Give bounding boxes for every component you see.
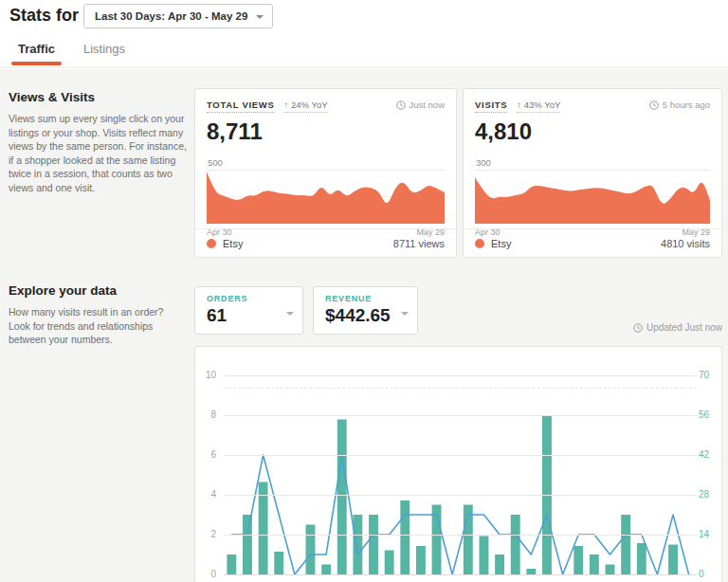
visits-sum: 4810 visits	[661, 238, 710, 249]
tab-bar: Traffic Listings	[0, 30, 728, 68]
left-axis-tick: 0	[195, 569, 216, 579]
visits-card: VISITS ↑ 43% YoY 5 hours ago 4,810 300 A…	[463, 88, 722, 258]
total-views-updated: Just now	[396, 100, 446, 110]
views-visits-intro: Views & Visits Views sum up every single…	[9, 90, 191, 194]
left-axis-tick: 6	[195, 449, 216, 460]
right-axis-tick: 28	[699, 489, 721, 500]
visits-ymax-label: 300	[476, 157, 491, 168]
total-views-card: TOTAL VIEWS ↑ 24% YoY Just now 8,711 500…	[194, 88, 457, 258]
page-header: Stats for Last 30 Days: Apr 30 - May 29	[0, 0, 728, 30]
right-axis-tick: 56	[699, 409, 721, 420]
grid-line	[224, 574, 697, 575]
left-axis-tick: 2	[195, 529, 216, 539]
chevron-down-icon	[286, 312, 294, 316]
right-axis-tick: 42	[699, 449, 721, 460]
grid-line	[224, 535, 697, 536]
date-range-dropdown[interactable]: Last 30 Days: Apr 30 - May 29	[83, 4, 273, 28]
page-title: Stats for	[9, 6, 79, 26]
left-axis-tick: 4	[195, 489, 216, 500]
explore-updated: Updated Just now	[633, 322, 722, 335]
grid-line	[224, 375, 697, 376]
legend-source: Etsy	[491, 238, 511, 249]
orders-revenue-chart-card: 024681001428425670	[194, 346, 722, 582]
clock-icon	[649, 100, 659, 110]
visits-value: 4,810	[475, 118, 710, 145]
revenue-label: REVENUE	[325, 294, 391, 303]
total-views-yoy-badge[interactable]: ↑ 24% YoY	[284, 100, 328, 113]
orders-label: ORDERS	[207, 294, 276, 303]
orders-revenue-combo-chart[interactable]: 024681001428425670	[224, 375, 697, 574]
left-axis-tick: 8	[195, 409, 216, 420]
orders-value: 61	[207, 305, 276, 326]
visits-label[interactable]: VISITS	[475, 100, 507, 113]
orders-dropdown[interactable]: ORDERS 61	[194, 286, 303, 335]
clock-icon	[633, 323, 643, 333]
etsy-legend-dot-icon	[475, 239, 484, 248]
grid-line	[224, 495, 697, 496]
chevron-down-icon	[401, 312, 409, 316]
visits-area-chart[interactable]: 300	[475, 170, 710, 224]
right-axis-tick: 70	[699, 370, 721, 380]
tab-listings[interactable]: Listings	[83, 42, 125, 56]
total-views-ymax-label: 500	[208, 157, 223, 168]
metric-selector-row: ORDERS 61 REVENUE $442.65 Updated Just n…	[194, 286, 722, 335]
visits-yoy-badge[interactable]: ↑ 43% YoY	[517, 100, 560, 113]
views-visits-heading: Views & Visits	[9, 90, 191, 104]
legend-source: Etsy	[223, 238, 243, 249]
grid-line	[224, 455, 697, 456]
total-views-sum: 8711 views	[393, 238, 445, 249]
combo-chart-svg	[224, 375, 697, 574]
views-visits-description: Views sum up every single click on your …	[9, 112, 191, 194]
date-range-label: Last 30 Days: Apr 30 - May 29	[95, 10, 247, 22]
total-views-area-svg	[207, 170, 445, 224]
etsy-legend-dot-icon	[207, 239, 216, 248]
visits-updated: 5 hours ago	[649, 100, 710, 110]
chevron-down-icon	[256, 15, 264, 19]
right-axis-tick: 14	[699, 529, 721, 539]
right-axis-tick: 0	[699, 569, 721, 579]
grid-line	[224, 415, 697, 416]
revenue-dropdown[interactable]: REVENUE $442.65	[313, 286, 418, 335]
total-views-legend: Etsy 8711 views	[195, 228, 456, 257]
revenue-value: $442.65	[325, 305, 391, 326]
explore-heading: Explore your data	[9, 283, 187, 298]
tab-traffic[interactable]: Traffic	[18, 42, 55, 56]
total-views-label[interactable]: TOTAL VIEWS	[207, 100, 275, 113]
explore-intro: Explore your data How many visits result…	[9, 283, 187, 347]
total-views-value: 8,711	[207, 118, 445, 145]
clock-icon	[396, 100, 406, 110]
active-tab-indicator	[11, 62, 62, 65]
content-area: Views & Visits Views sum up every single…	[0, 69, 728, 582]
explore-description: How many visits result in an order? Look…	[9, 305, 187, 347]
visits-area-svg	[475, 170, 710, 224]
left-axis-tick: 10	[195, 370, 216, 380]
total-views-area-chart[interactable]: 500	[207, 170, 445, 224]
visits-legend: Etsy 4810 visits	[464, 228, 721, 257]
